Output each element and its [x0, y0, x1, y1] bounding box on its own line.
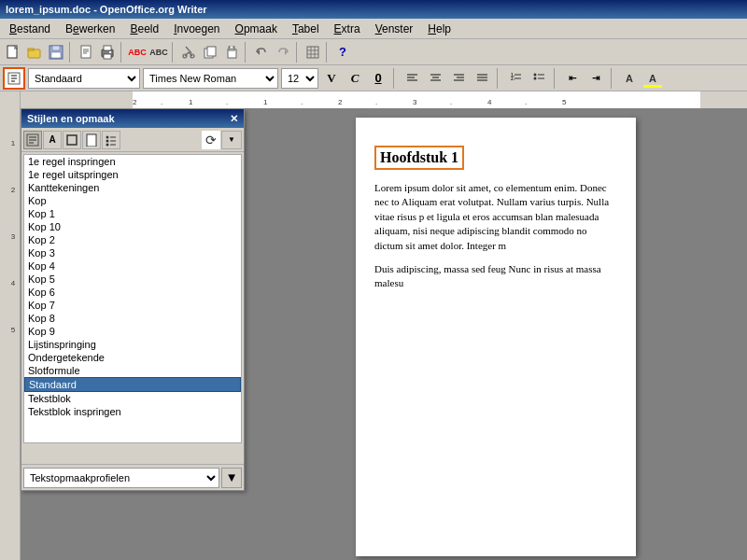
- menu-help[interactable]: Help: [422, 21, 457, 37]
- menu-extra[interactable]: Extra: [329, 21, 366, 37]
- panel-titlebar: Stijlen en opmaak ✕: [21, 109, 244, 128]
- style-list-item[interactable]: Kop 9: [24, 325, 241, 338]
- table-button[interactable]: [303, 42, 323, 63]
- panel-dropdown[interactable]: Tekstopmaakprofielen: [23, 468, 219, 488]
- save-button[interactable]: [46, 42, 66, 63]
- title-bar: lorem_ipsum.doc - OpenOffice.org Writer: [0, 0, 747, 19]
- svg-text:.: .: [161, 98, 162, 106]
- underline-button[interactable]: 0: [368, 68, 388, 89]
- decrease-indent-button[interactable]: ⇤: [562, 68, 583, 89]
- style-list-item[interactable]: Kop 5: [24, 273, 241, 286]
- format-toolbar: Standaard Times New Roman 12 V C 0 1.2.: [0, 65, 747, 91]
- menu-venster[interactable]: Venster: [370, 21, 419, 37]
- svg-point-79: [106, 135, 109, 138]
- menu-bestand[interactable]: Bestand: [4, 21, 56, 37]
- style-list-item[interactable]: Kop: [24, 194, 241, 207]
- svg-rect-23: [230, 46, 233, 49]
- styles-toggle-button[interactable]: [3, 67, 25, 90]
- paste-button[interactable]: [221, 42, 242, 63]
- style-list-item[interactable]: Kop 3: [24, 246, 241, 259]
- cut-button[interactable]: [178, 42, 199, 63]
- menu-tabel[interactable]: Tabel: [287, 21, 325, 37]
- separator-fmt-1: [393, 68, 397, 89]
- svg-point-83: [106, 143, 109, 146]
- svg-text:2: 2: [338, 98, 343, 106]
- svg-text:.: .: [226, 98, 228, 106]
- svg-point-81: [106, 139, 109, 142]
- svg-point-53: [533, 77, 536, 80]
- menu-bewerken[interactable]: Bewerken: [60, 21, 120, 37]
- justify-button[interactable]: [472, 68, 492, 89]
- ruler-area: 2 . 1 . 1 . 2 . 3 . 4 . 5: [21, 91, 747, 108]
- panel-dropdown-btn[interactable]: ▼: [221, 468, 242, 488]
- italic-button[interactable]: C: [345, 68, 365, 89]
- menu-beeld[interactable]: Beeld: [124, 21, 164, 37]
- increase-indent-button[interactable]: ⇥: [585, 68, 606, 89]
- document-page[interactable]: Hoofdstuk 1 Lorem ipsum dolor sit amet, …: [356, 118, 636, 556]
- numbering-button[interactable]: 1.2.: [505, 68, 526, 89]
- svg-rect-20: [207, 47, 216, 56]
- style-list-item[interactable]: Kanttekeningen: [24, 181, 241, 194]
- separator-1: [69, 42, 73, 63]
- size-select[interactable]: 12: [281, 68, 318, 89]
- svg-rect-77: [67, 135, 77, 145]
- style-list-item[interactable]: Tekstblok inspringen: [24, 405, 241, 418]
- align-right-button[interactable]: [448, 68, 469, 89]
- style-list-item[interactable]: 1e regel uitspringen: [24, 168, 241, 181]
- style-list-item[interactable]: Slotformule: [24, 364, 241, 377]
- style-list-item[interactable]: Kop 2: [24, 233, 241, 246]
- style-list-item[interactable]: Kop 8: [24, 312, 241, 325]
- highlight-button[interactable]: A: [642, 68, 663, 89]
- panel-list-btn[interactable]: [102, 131, 120, 149]
- bold-button[interactable]: V: [321, 68, 342, 89]
- font-select[interactable]: Times New Roman: [143, 68, 278, 89]
- content-area: 1 2 3 4 5 Stijlen en opmaak ✕ A: [0, 108, 747, 560]
- style-list-item[interactable]: Kop 6: [24, 286, 241, 299]
- style-list-item[interactable]: Kop 1: [24, 207, 241, 220]
- panel-close-button[interactable]: ✕: [230, 113, 238, 125]
- spellcheck2-button[interactable]: ABC: [148, 42, 169, 63]
- redo-button[interactable]: [273, 42, 293, 63]
- separator-6: [326, 42, 330, 63]
- panel-char-btn[interactable]: A: [43, 131, 62, 149]
- menu-invoegen[interactable]: Invoegen: [168, 21, 225, 37]
- menu-opmaak[interactable]: Opmaak: [230, 21, 283, 37]
- style-list-item[interactable]: Tekstblok: [24, 392, 241, 405]
- panel-frame-btn[interactable]: [63, 131, 81, 149]
- style-list-item[interactable]: 1e regel inspringen: [24, 155, 241, 168]
- panel-new-style-btn[interactable]: ⟳: [202, 131, 220, 149]
- styles-list[interactable]: 1e regel inspringen1e regel uitspringenK…: [23, 154, 242, 443]
- undo-button[interactable]: [251, 42, 272, 63]
- open-button[interactable]: [24, 42, 45, 63]
- style-list-item[interactable]: Kop 10: [24, 220, 241, 233]
- chapter-title: Hoofdstuk 1: [374, 146, 464, 170]
- svg-line-18: [186, 47, 191, 53]
- style-list-item[interactable]: Kop 4: [24, 259, 241, 273]
- svg-text:.: .: [525, 98, 527, 106]
- align-center-button[interactable]: [425, 68, 445, 89]
- new-button[interactable]: [3, 42, 23, 63]
- panel-options-btn[interactable]: ▼: [221, 131, 242, 149]
- copy-button[interactable]: [200, 42, 220, 63]
- style-select[interactable]: Standaard: [28, 68, 140, 89]
- panel-page-btn[interactable]: [82, 131, 101, 149]
- style-list-item[interactable]: Standaard: [24, 377, 241, 392]
- bullets-button[interactable]: [529, 68, 549, 89]
- separator-fmt-2: [497, 68, 500, 89]
- help-button[interactable]: ?: [332, 42, 353, 63]
- svg-text:.: .: [301, 98, 303, 106]
- print-preview-button[interactable]: [76, 42, 96, 63]
- separator-2: [120, 42, 124, 63]
- svg-text:1: 1: [263, 98, 268, 106]
- align-left-button[interactable]: [402, 68, 422, 89]
- style-list-item[interactable]: Ondergetekende: [24, 351, 241, 364]
- svg-text:4: 4: [487, 98, 492, 106]
- panel-paragraph-btn[interactable]: [23, 131, 42, 149]
- menu-bar: Bestand Bewerken Beeld Invoegen Opmaak T…: [0, 19, 747, 39]
- font-color-button[interactable]: A: [619, 68, 640, 89]
- print-button[interactable]: [97, 42, 118, 63]
- style-list-item[interactable]: Kop 7: [24, 299, 241, 312]
- style-list-item[interactable]: Lijstinspringing: [24, 338, 241, 351]
- size-select-wrap: 12: [281, 68, 318, 89]
- spellcheck-button[interactable]: ABC: [127, 42, 148, 63]
